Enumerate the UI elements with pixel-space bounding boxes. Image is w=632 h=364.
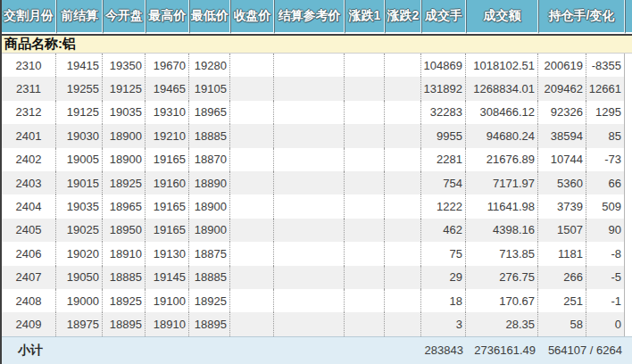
cell-open: 18925	[103, 289, 146, 312]
cell-volume: 9955	[421, 124, 466, 147]
cell-volume: 1222	[421, 194, 466, 218]
cell-turnover: 713.85	[466, 242, 538, 265]
next-column-sliver	[625, 77, 632, 100]
cell-volume: 2281	[421, 148, 466, 171]
cell-change-1	[345, 101, 385, 124]
col-high: 最高价	[146, 0, 189, 34]
cell-change-1	[345, 54, 385, 77]
cell-oi-change: 12661	[586, 77, 625, 100]
cell-close	[230, 54, 274, 77]
subtotal-turnover: 2736161.49	[466, 336, 538, 364]
cell-turnover: 1018102.51	[466, 54, 538, 77]
cell-change-1	[345, 312, 385, 335]
cell-change-2	[385, 289, 421, 312]
cell-volume: 18	[421, 289, 466, 312]
col-close: 收盘价	[230, 0, 274, 34]
cell-open: 18900	[103, 148, 146, 171]
table-row: 2404 19035 18965 19165 18900 1222 11641.…	[2, 194, 632, 218]
cell-turnover: 11641.98	[466, 194, 538, 218]
cell-open-interest: 251	[538, 289, 586, 312]
cell-high: 19310	[146, 101, 189, 124]
cell-close	[230, 148, 274, 171]
table-row: 2406 19020 18910 19130 18875 75 713.85 1…	[2, 242, 632, 265]
col-volume: 成交手	[421, 0, 466, 34]
cell-low: 18965	[189, 101, 230, 124]
commodity-name-row: 商品名称:铝	[2, 34, 632, 54]
cell-open-interest: 58	[538, 312, 586, 335]
next-column-sliver	[625, 54, 632, 77]
cell-open-interest: 1181	[538, 242, 586, 265]
next-column-sliver	[625, 148, 632, 171]
next-column-sliver	[625, 289, 632, 312]
cell-open: 18885	[103, 266, 146, 289]
cell-change-2	[385, 77, 421, 100]
cell-open: 18895	[103, 312, 146, 335]
cell-prev-settlement: 19000	[56, 289, 103, 312]
cell-volume: 462	[421, 219, 466, 242]
next-column-sliver	[625, 219, 632, 242]
cell-close	[230, 194, 274, 218]
cell-settlement-ref	[274, 77, 345, 100]
cell-turnover: 28.35	[466, 312, 538, 335]
cell-low: 18890	[189, 171, 230, 194]
cell-close	[230, 242, 274, 265]
col-open-interest-change: 持仓手/变化	[538, 0, 625, 34]
cell-delivery-month: 2402	[2, 148, 56, 171]
cell-change-1	[345, 171, 385, 194]
cell-close	[230, 171, 274, 194]
cell-prev-settlement: 19255	[56, 77, 103, 100]
table-row: 2312 19125 19035 19310 18965 32283 30846…	[2, 101, 632, 124]
cell-delivery-month: 2407	[2, 266, 56, 289]
table-body: 商品名称:铝 2310 19415 19350 19670 19280 1048…	[2, 34, 632, 364]
table-row: 2310 19415 19350 19670 19280 104869 1018…	[2, 54, 632, 77]
cell-open-interest: 10744	[538, 148, 586, 171]
table-row: 2408 19000 18925 19100 18925 18 170.67 2…	[2, 289, 632, 312]
cell-delivery-month: 2405	[2, 219, 56, 242]
next-column-sliver	[625, 336, 632, 364]
cell-high: 19165	[146, 148, 189, 171]
cell-high: 19670	[146, 54, 189, 77]
cell-low: 18895	[189, 312, 230, 335]
cell-change-2	[385, 101, 421, 124]
cell-change-2	[385, 54, 421, 77]
next-column-sliver	[625, 312, 632, 335]
cell-volume: 3	[421, 312, 466, 335]
table-row: 2403 19015 18925 19160 18890 754 7171.97…	[2, 171, 632, 194]
col-delivery-month: 交割月份	[2, 0, 56, 34]
cell-high: 19145	[146, 266, 189, 289]
subtotal-volume: 283843	[421, 336, 466, 364]
col-low: 最低价	[189, 0, 230, 34]
cell-open-interest: 1507	[538, 219, 586, 242]
cell-open: 19125	[103, 77, 146, 100]
cell-prev-settlement: 19005	[56, 148, 103, 171]
cell-high: 19130	[146, 242, 189, 265]
cell-change-2	[385, 266, 421, 289]
cell-oi-change: -73	[586, 148, 625, 171]
cell-delivery-month: 2310	[2, 54, 56, 77]
next-column-sliver	[625, 194, 632, 218]
cell-change-1	[345, 242, 385, 265]
cell-prev-settlement: 19030	[56, 124, 103, 147]
cell-change-1	[345, 124, 385, 147]
col-settlement-ref: 结算参考价	[274, 0, 345, 34]
cell-settlement-ref	[274, 312, 345, 335]
cell-high: 19210	[146, 124, 189, 147]
cell-low: 19280	[189, 54, 230, 77]
cell-settlement-ref	[274, 242, 345, 265]
table-row: 2401 19030 18900 19210 18885 9955 94680.…	[2, 124, 632, 147]
cell-oi-change: -5	[586, 266, 625, 289]
cell-open: 18965	[103, 194, 146, 218]
cell-change-1	[345, 194, 385, 218]
cell-high: 19165	[146, 219, 189, 242]
cell-settlement-ref	[274, 194, 345, 218]
cell-open-interest: 200619	[538, 54, 586, 77]
commodity-name-label: 商品名称:铝	[2, 34, 632, 54]
cell-open: 18900	[103, 124, 146, 147]
cell-settlement-ref	[274, 266, 345, 289]
cell-prev-settlement: 19050	[56, 266, 103, 289]
next-column-sliver	[625, 171, 632, 194]
cell-high: 18910	[146, 312, 189, 335]
cell-volume: 75	[421, 242, 466, 265]
cell-turnover: 94680.24	[466, 124, 538, 147]
cell-open-interest: 5360	[538, 171, 586, 194]
